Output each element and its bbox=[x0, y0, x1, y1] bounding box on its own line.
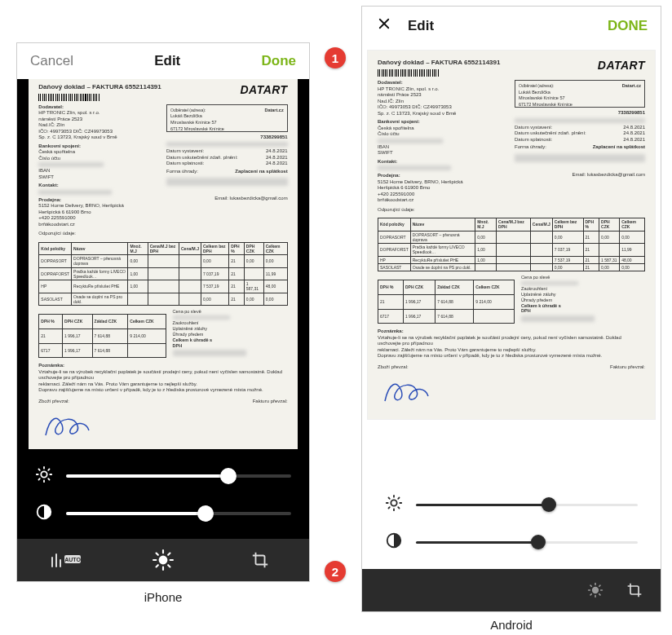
total-line: Uplatněné zálohy bbox=[521, 292, 645, 298]
store-line: 5152 Home Delivery, BRNO, Heršpická bbox=[378, 179, 508, 186]
brightness-tool-button[interactable] bbox=[145, 542, 181, 578]
td: DOPRAFORST bbox=[378, 244, 411, 257]
store-line: +420 225591000 bbox=[38, 215, 160, 222]
date-value: 24.8.2021 bbox=[266, 148, 288, 155]
bank-line: Číslo účtu bbox=[38, 156, 160, 162]
th: DPH CZK bbox=[599, 218, 620, 232]
close-icon[interactable] bbox=[375, 16, 393, 35]
td: DOPRASORT bbox=[39, 255, 72, 268]
note-text: Dopravu zajišťujeme na místo určení v př… bbox=[38, 387, 287, 394]
invoice-document: DATART Daňový doklad – FAKTURA 655211439… bbox=[367, 50, 656, 420]
svg-line-8 bbox=[48, 469, 49, 470]
td: 7 537,19 bbox=[552, 256, 583, 263]
document-preview[interactable]: DATART Daňový doklad – FAKTURA 655211439… bbox=[17, 79, 309, 449]
td: 0,00 bbox=[201, 255, 228, 268]
td: 0,00 bbox=[620, 263, 645, 271]
td: 7 537,19 bbox=[201, 280, 228, 293]
brand-logo: DATART bbox=[240, 83, 287, 98]
cancel-button[interactable]: Cancel bbox=[30, 53, 73, 69]
brightness-slider[interactable] bbox=[66, 474, 291, 478]
td: 7 614,88 bbox=[92, 329, 128, 343]
document-preview[interactable]: DATART Daňový doklad – FAKTURA 655211439… bbox=[362, 45, 661, 478]
android-frame: Edit DONE DATART Daňový doklad – FAKTURA… bbox=[361, 6, 661, 612]
crop-button[interactable] bbox=[617, 572, 652, 608]
td: DOPRASORT – přenosná doprava bbox=[410, 231, 475, 244]
bank-line: Česká spořitelna bbox=[38, 149, 160, 156]
contrast-icon bbox=[35, 503, 53, 524]
contrast-slider-row bbox=[35, 503, 291, 524]
recipient-line: 67172 Miroslavské Knínice bbox=[170, 126, 224, 131]
total-line: Úhrady předem bbox=[521, 298, 645, 303]
td: 1 996,17 bbox=[63, 329, 93, 343]
bank-line: Česká spořitelna bbox=[378, 126, 508, 132]
th: Název bbox=[410, 218, 475, 232]
contrast-slider[interactable] bbox=[416, 541, 638, 544]
date-value: 24.8.2021 bbox=[623, 130, 645, 137]
contact-label: Kontakt: bbox=[378, 159, 508, 165]
svg-line-6 bbox=[48, 478, 49, 479]
th: Celkem CZK bbox=[474, 280, 515, 295]
bank-line: IBAN bbox=[378, 144, 508, 151]
total-line: Cena po slevě bbox=[173, 309, 288, 315]
td: 1 996,17 bbox=[403, 309, 435, 324]
td: 21 bbox=[583, 244, 599, 257]
bank-line: Číslo účtu bbox=[378, 131, 508, 138]
td: 1 587,31 bbox=[244, 280, 263, 293]
td: 21 bbox=[229, 267, 245, 280]
sig-right: Fakturu převzal: bbox=[253, 399, 288, 405]
note-text: Vztahuje-li se na výrobek recyklační pop… bbox=[378, 335, 645, 347]
td: 0,00 bbox=[620, 231, 645, 244]
svg-line-43 bbox=[590, 594, 591, 595]
sig-left: Zboží převzal: bbox=[378, 364, 409, 371]
redacted bbox=[38, 162, 104, 167]
store-label: Prodejna: bbox=[378, 173, 508, 179]
recipient-label: Odběratel (adresa): bbox=[519, 83, 554, 88]
recipient-line: Miroslavské Knínice 57 bbox=[519, 95, 565, 100]
supplier-line: náměstí Práce 2523 bbox=[38, 117, 160, 123]
slider-zone bbox=[17, 449, 309, 539]
brightness-slider[interactable] bbox=[416, 504, 638, 506]
signature bbox=[38, 412, 287, 440]
caption-android: Android bbox=[361, 618, 661, 632]
th: Množ. M.J bbox=[475, 218, 497, 232]
sig-right: Fakturu převzal: bbox=[610, 364, 645, 371]
bottom-toolbar: AUTO bbox=[17, 539, 309, 581]
redacted bbox=[515, 118, 645, 123]
note-text: reklamaci. Záleží nám na Vás. Proto Vám … bbox=[38, 381, 287, 388]
bank-label: Bankovní spojení: bbox=[378, 119, 508, 126]
iphone-frame: Cancel Edit Done DATART Daňový doklad – … bbox=[16, 42, 310, 582]
brightness-slider-row bbox=[35, 465, 291, 487]
th: DPH CZK bbox=[244, 242, 263, 255]
td: Osade se doplní na PS pro dokl. bbox=[72, 293, 128, 306]
total-line: Zaokrouhlení bbox=[173, 320, 288, 326]
note-text: Vztahuje-li se na výrobek recyklační pop… bbox=[38, 369, 287, 381]
crop-button[interactable] bbox=[242, 542, 278, 578]
brightness-tool-button[interactable] bbox=[577, 572, 613, 608]
th: Celkem CZK bbox=[263, 242, 287, 255]
th: Cena/M.J bez DPH bbox=[148, 242, 179, 255]
supplier-line: HP TRONIC Zlín, spol. s r.o. bbox=[378, 86, 508, 93]
caption-iphone: iPhone bbox=[16, 590, 310, 604]
svg-line-22 bbox=[157, 565, 158, 567]
redacted bbox=[166, 178, 288, 186]
bank-line: SWIFT bbox=[378, 150, 508, 157]
svg-point-0 bbox=[41, 471, 46, 477]
contrast-slider[interactable] bbox=[66, 512, 291, 515]
td: 0,00 bbox=[263, 255, 287, 268]
td: Osade se doplní na PS pro dokl. bbox=[410, 263, 475, 271]
iphone-header: Cancel Edit Done bbox=[17, 43, 309, 79]
var-symbol: 7338299851 bbox=[166, 134, 288, 141]
td: 21 bbox=[229, 280, 245, 293]
supplier-line: IČO: 49973053 DIČ: CZ49973053 bbox=[378, 104, 508, 111]
done-button[interactable]: DONE bbox=[608, 18, 648, 34]
supplier-line: Nad.IČ: Zlín bbox=[38, 122, 160, 129]
levels-auto-button[interactable]: AUTO bbox=[48, 542, 84, 578]
svg-point-26 bbox=[391, 500, 396, 505]
svg-line-32 bbox=[398, 507, 399, 508]
done-button[interactable]: Done bbox=[262, 53, 297, 69]
svg-line-33 bbox=[388, 507, 389, 508]
store-line: brňákoodstart.cz bbox=[378, 197, 508, 204]
note-label: Poznámka: bbox=[378, 329, 645, 335]
th: Kód položky bbox=[39, 242, 72, 255]
td: 1,00 bbox=[475, 256, 497, 263]
